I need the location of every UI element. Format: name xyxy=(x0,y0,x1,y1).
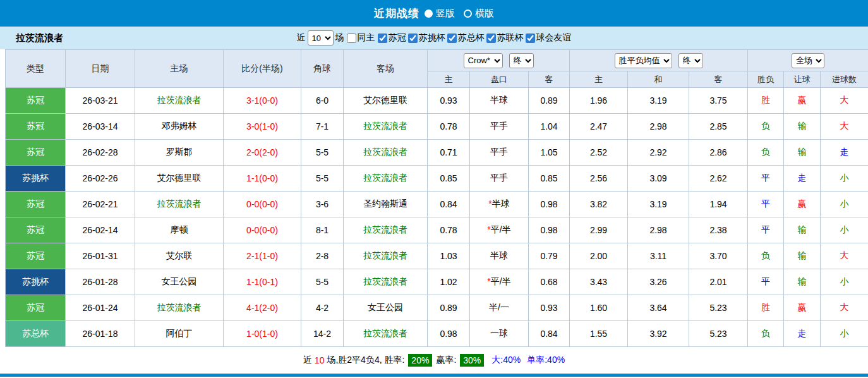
same-home-checkbox[interactable] xyxy=(347,34,356,43)
competition-filter[interactable]: 苏冠 xyxy=(377,32,406,44)
away-team-cell: 拉茨流浪者 xyxy=(344,243,428,269)
euro-home-odds: 1.60 xyxy=(570,295,628,321)
score-cell: 1-0(1-0) xyxy=(224,321,301,347)
competition-checkbox[interactable] xyxy=(378,34,387,43)
score-cell: 2-1(1-0) xyxy=(224,243,301,269)
layout-radio-option[interactable]: 竖版 xyxy=(425,8,455,20)
competition-checkbox[interactable] xyxy=(486,34,496,43)
euro-away-odds: 2.01 xyxy=(689,269,748,295)
title-bar: 近期战绩 竖版横版 xyxy=(0,0,868,27)
table-row: 苏挑杯26-02-26艾尔德里联1-1(0-0)5-5拉茨流浪者0.85平手0.… xyxy=(6,166,868,192)
summary-count: 10 xyxy=(315,355,325,365)
competition-filter[interactable]: 苏总杯 xyxy=(447,32,485,44)
competition-checkbox[interactable] xyxy=(447,34,457,43)
score-cell: 3-1(0-0) xyxy=(224,88,301,114)
handicap-cell: 平手 xyxy=(470,140,529,166)
asia-home-odds: 0.85 xyxy=(428,166,470,192)
handicap-rate-label: 赢率: xyxy=(436,355,456,366)
col-header-score: 比分(半场) xyxy=(224,50,301,88)
goals-cell: 大 xyxy=(821,88,868,114)
table-row: 苏挑杯26-01-28女王公园1-1(0-1)5-5拉茨流浪者1.02*平/半0… xyxy=(6,269,868,295)
radio-icon[interactable] xyxy=(425,9,433,18)
euro-draw-odds: 3.19 xyxy=(628,192,689,217)
away-team-cell: 拉茨流浪者 xyxy=(344,140,428,166)
subcol-handicap: 盘口 xyxy=(470,71,529,88)
date-cell: 26-02-26 xyxy=(66,166,135,192)
competition-checkbox[interactable] xyxy=(526,34,535,43)
same-home-filter[interactable]: 同主 xyxy=(346,32,375,44)
handicap-cell: *平/半 xyxy=(470,269,529,295)
handicap-result-cell: 赢 xyxy=(784,192,821,217)
asia-home-odds: 1.02 xyxy=(428,269,470,295)
europe-odds-group-header: 胜平负均值 终 xyxy=(570,50,748,71)
euro-draw-odds: 3.11 xyxy=(628,243,689,269)
competition-badge: 苏冠 xyxy=(6,192,66,217)
goals-cell: 小 xyxy=(821,321,868,347)
goals-cell: 大 xyxy=(821,243,868,269)
asia-home-odds: 0.98 xyxy=(428,321,470,347)
handicap-cell: *平/半 xyxy=(470,217,529,243)
date-cell: 26-01-31 xyxy=(66,243,135,269)
filter-controls: 近 10 场 同主 苏冠苏挑杯苏总杯苏联杯球会友谊 xyxy=(297,30,572,46)
asia-home-odds: 0.93 xyxy=(428,88,470,114)
handicap-cell: 半球 xyxy=(470,243,529,269)
competition-badge: 苏总杯 xyxy=(6,321,66,347)
handicap-result-cell: 走 xyxy=(784,321,821,347)
summary-stats-text: 场,胜2平4负4, 胜率: xyxy=(327,355,404,366)
europe-odds-select[interactable]: 胜平负均值 xyxy=(615,53,672,68)
table-row: 苏冠26-02-28罗斯郡2-0(2-0)5-5拉茨流浪者0.71平手1.052… xyxy=(6,140,868,166)
odds-company-select[interactable]: Crow* xyxy=(464,53,503,68)
date-cell: 26-01-18 xyxy=(66,321,135,347)
away-team-cell: 拉茨流浪者 xyxy=(344,166,428,192)
competition-filter[interactable]: 苏联杯 xyxy=(486,32,524,44)
radio-icon[interactable] xyxy=(464,9,472,18)
away-team-cell: 拉茨流浪者 xyxy=(344,321,428,347)
same-home-label: 同主 xyxy=(358,32,375,44)
team-name: 拉茨流浪者 xyxy=(16,32,63,44)
summary-near-label: 近 xyxy=(303,355,312,366)
competition-filter[interactable]: 球会友谊 xyxy=(525,32,572,44)
table-row: 苏冠26-03-14邓弗姆林3-0(1-0)7-1拉茨流浪者0.78平手1.04… xyxy=(6,114,868,140)
home-team-cell: 艾尔联 xyxy=(135,243,224,269)
date-cell: 26-02-14 xyxy=(66,217,135,243)
asia-home-odds: 0.89 xyxy=(428,295,470,321)
competition-filter[interactable]: 苏挑杯 xyxy=(407,32,445,44)
subcol-asia-home: 主 xyxy=(428,71,470,88)
result-cell: 负 xyxy=(748,140,784,166)
corner-cell: 5-5 xyxy=(301,269,344,295)
competition-badge: 苏冠 xyxy=(6,114,66,140)
score-cell: 2-0(2-0) xyxy=(224,140,301,166)
table-row: 苏总杯26-01-18阿伯丁1-0(1-0)14-2拉茨流浪者0.98一球0.8… xyxy=(6,321,868,347)
corner-cell: 5-5 xyxy=(301,166,344,192)
competition-checkbox[interactable] xyxy=(408,34,418,43)
layout-radio-option[interactable]: 横版 xyxy=(464,8,494,20)
handicap-star-mark: * xyxy=(488,198,491,209)
euro-away-odds: 5.23 xyxy=(689,295,748,321)
match-count-select[interactable]: 10 xyxy=(308,30,334,46)
subcol-result: 胜负 xyxy=(748,71,784,88)
asia-home-odds: 0.78 xyxy=(428,114,470,140)
result-cell: 负 xyxy=(748,114,784,140)
handicap-cell: 平手 xyxy=(470,166,529,192)
period-select[interactable]: 全场 xyxy=(792,53,824,68)
score-cell: 4-1(2-0) xyxy=(224,295,301,321)
page-title: 近期战绩 xyxy=(374,6,419,21)
home-team-cell: 罗斯郡 xyxy=(135,140,224,166)
asia-away-odds: 0.84 xyxy=(529,321,570,347)
layout-radio-group: 竖版横版 xyxy=(425,8,494,20)
handicap-cell: 半球 xyxy=(470,88,529,114)
date-cell: 26-02-28 xyxy=(66,140,135,166)
euro-draw-odds: 3.26 xyxy=(628,269,689,295)
win-rate-badge: 20% xyxy=(408,354,432,367)
europe-time-select[interactable]: 终 xyxy=(678,53,703,68)
euro-home-odds: 2.00 xyxy=(570,243,628,269)
handicap-cell: 平手 xyxy=(470,114,529,140)
euro-home-odds: 2.99 xyxy=(570,217,628,243)
asia-away-odds: 0.98 xyxy=(529,217,570,243)
handicap-result-cell: 输 xyxy=(784,217,821,243)
corner-cell: 14-2 xyxy=(301,321,344,347)
asia-time-select[interactable]: 终 xyxy=(509,53,534,68)
col-header-away: 客场 xyxy=(344,50,428,88)
euro-draw-odds: 3.92 xyxy=(628,321,689,347)
competition-badge: 苏冠 xyxy=(6,88,66,114)
